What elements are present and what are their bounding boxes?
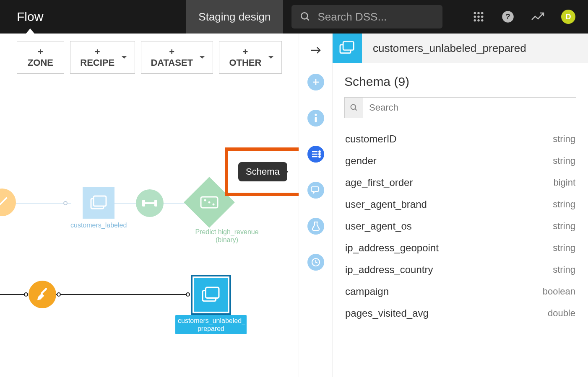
schema-row[interactable]: ip_address_countrystring	[344, 259, 576, 281]
svg-point-21	[213, 204, 215, 206]
add-zone-button[interactable]: + ZONE	[17, 41, 64, 74]
svg-rect-18	[145, 202, 154, 204]
chevron-down-icon	[121, 56, 127, 62]
add-zone-label: + ZONE	[25, 46, 56, 68]
dice-icon	[199, 195, 219, 209]
schema-row[interactable]: ip_address_geopointstring	[344, 237, 576, 259]
svg-point-6	[477, 15, 480, 18]
svg-text:?: ?	[505, 12, 510, 21]
schema-col-name: gender	[345, 155, 377, 167]
svg-rect-15	[94, 196, 106, 206]
flow-edge-dot	[63, 201, 68, 205]
svg-point-20	[204, 199, 206, 201]
schema-col-name: user_agent_brand	[345, 199, 427, 210]
user-avatar[interactable]: D	[561, 10, 575, 24]
topbar: Flow Staging design ? D	[0, 0, 588, 34]
dataset-node-customers-labeled[interactable]: customers_labeled	[70, 187, 127, 229]
schema-col-name: campaign	[345, 286, 389, 297]
svg-point-35	[319, 156, 320, 157]
flow-edge-dot	[57, 292, 61, 297]
svg-rect-29	[315, 117, 317, 122]
rail-info-icon[interactable]	[307, 110, 324, 127]
tooltip-label: Schema	[246, 166, 280, 177]
chevron-down-icon	[268, 56, 274, 62]
svg-point-7	[481, 15, 484, 18]
apps-grid-icon[interactable]	[472, 10, 485, 23]
rail-lab-icon[interactable]	[307, 218, 324, 235]
add-recipe-button[interactable]: + RECIPE	[70, 41, 135, 74]
schema-row[interactable]: genderstring	[344, 150, 576, 172]
help-icon[interactable]: ?	[502, 10, 514, 23]
schema-col-type: string	[553, 199, 575, 210]
right-panel: customers_unlabeled_prepared Schema (9) …	[332, 34, 588, 377]
flow-edge-dot	[24, 292, 28, 297]
rail-schema-icon[interactable]	[307, 146, 324, 163]
schema-col-name: age_first_order	[345, 177, 413, 188]
search-icon	[345, 98, 363, 118]
svg-rect-39	[343, 42, 354, 50]
schema-row[interactable]: user_agent_brandstring	[344, 194, 576, 215]
svg-marker-13	[26, 28, 34, 34]
global-search-input[interactable]	[317, 10, 454, 23]
flow-canvas[interactable]: + ZONE + RECIPE + DATASET + OTHER custom…	[0, 34, 299, 377]
schema-search-input[interactable]	[363, 98, 576, 118]
svg-point-9	[477, 19, 480, 22]
rail-discussion-icon[interactable]	[307, 182, 324, 199]
folder-icon	[201, 286, 221, 304]
schema-row[interactable]: user_agent_osstring	[344, 215, 576, 237]
svg-point-4	[481, 12, 484, 15]
schema-row[interactable]: customerIDstring	[344, 128, 576, 150]
rail-add-icon[interactable]	[307, 74, 324, 90]
recipe-node-prepare[interactable]	[0, 188, 16, 216]
main: + ZONE + RECIPE + DATASET + OTHER custom…	[0, 34, 588, 377]
add-other-button[interactable]: + OTHER	[219, 41, 282, 74]
add-recipe-label: + RECIPE	[78, 46, 117, 68]
schema-row[interactable]: age_first_orderbigint	[344, 172, 576, 194]
tab-staging-design[interactable]: Staging design	[186, 0, 283, 34]
schema-col-name: customerID	[345, 133, 397, 145]
dataset-node-customers-unlabeled-prepared[interactable]: customers_unlabeled_ prepared	[175, 275, 247, 334]
add-dataset-label: + DATASET	[149, 46, 195, 68]
add-dataset-button[interactable]: + DATASET	[141, 41, 213, 74]
schema-col-name: user_agent_os	[345, 220, 412, 232]
svg-point-28	[315, 114, 317, 116]
topbar-icons: ? D	[472, 10, 588, 24]
model-node-predict[interactable]: Predict high_revenue (binary)	[191, 184, 263, 244]
panel-body: Schema (9) customerIDstringgenderstringa…	[333, 63, 588, 336]
svg-point-5	[474, 15, 476, 18]
svg-line-1	[307, 18, 309, 20]
svg-point-10	[481, 19, 484, 22]
schema-col-type: string	[553, 155, 575, 166]
schema-row[interactable]: pages_visited_avgdouble	[344, 302, 576, 324]
schema-row[interactable]: campaignboolean	[344, 281, 576, 302]
dumbbell-icon	[141, 198, 158, 208]
panel-header: customers_unlabeled_prepared	[333, 34, 588, 63]
schema-col-name: pages_visited_avg	[345, 307, 429, 319]
schema-search[interactable]	[344, 97, 576, 118]
recipe-node-prepare-active[interactable]	[29, 281, 56, 308]
schema-col-type: boolean	[543, 286, 575, 297]
flow-edge	[56, 294, 189, 295]
schema-section-title: Schema (9)	[344, 75, 576, 89]
svg-point-0	[302, 13, 308, 19]
schema-col-type: bigint	[553, 177, 575, 188]
collapse-panel-icon[interactable]	[310, 46, 322, 54]
broom-icon	[35, 287, 50, 302]
add-other-label: + OTHER	[227, 46, 264, 68]
rail-history-icon[interactable]	[307, 254, 324, 271]
node-label: customers_unlabeled_ prepared	[175, 315, 247, 334]
schema-col-type: string	[553, 134, 575, 145]
tooltip-schema: Schema	[238, 162, 287, 181]
activity-icon[interactable]	[531, 11, 544, 22]
side-rail	[299, 34, 332, 377]
svg-line-41	[355, 109, 356, 111]
svg-point-2	[474, 12, 476, 15]
svg-rect-17	[154, 200, 157, 207]
schema-list: customerIDstringgenderstringage_first_or…	[344, 128, 576, 324]
schema-col-name: ip_address_geopoint	[345, 242, 439, 254]
global-search[interactable]	[291, 5, 442, 28]
svg-point-22	[208, 201, 211, 204]
schema-col-name: ip_address_country	[345, 264, 433, 276]
recipe-node-train[interactable]	[136, 189, 164, 217]
folder-icon	[89, 194, 108, 211]
